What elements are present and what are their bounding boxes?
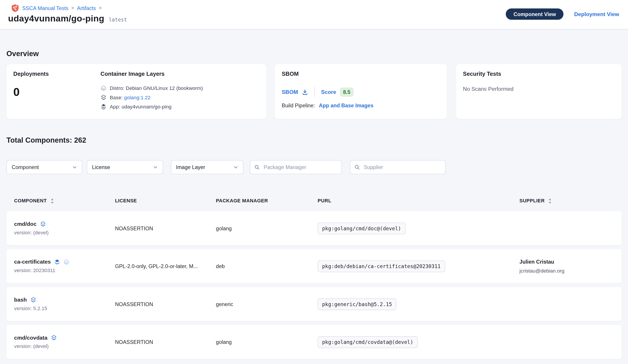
security-tests-title: Security Tests bbox=[463, 71, 615, 77]
artifact-tag: latest bbox=[109, 16, 127, 23]
deployments-column: Deployments 0 bbox=[13, 71, 101, 113]
container-image-layers-label: Container Image Layers bbox=[100, 71, 203, 77]
component-version: version: 5.2.15 bbox=[14, 306, 115, 311]
chevron-down-icon bbox=[153, 165, 158, 170]
supplier-searchbox bbox=[350, 160, 446, 174]
overview-heading: Overview bbox=[6, 30, 622, 58]
sbom-download-link[interactable]: SBOM bbox=[282, 89, 308, 95]
component-name: cmd/covdata bbox=[14, 335, 47, 341]
supplier-name: Julien Cristau bbox=[519, 259, 614, 265]
purl-badge: pkg:generic/bash@5.2.15 bbox=[317, 298, 396, 310]
component-name: bash bbox=[14, 297, 27, 303]
component-cell: ca-certificates version: 20230311 bbox=[14, 259, 115, 273]
purl-badge: pkg:golang/cmd/doc@(devel) bbox=[317, 223, 405, 234]
chevron-down-icon bbox=[72, 165, 77, 170]
component-rows: cmd/doc version: (devel) NOASSERTION gol… bbox=[6, 211, 622, 359]
layer-icon bbox=[30, 297, 36, 303]
supplier-search-input[interactable] bbox=[363, 164, 441, 171]
table-row[interactable]: bash version: 5.2.15 NOASSERTION generic… bbox=[6, 287, 622, 321]
table-row[interactable]: cmd/doc version: (devel) NOASSERTION gol… bbox=[6, 211, 622, 245]
license-cell: GPL-2.0-only, GPL-2.0-or-later, M... bbox=[115, 263, 216, 269]
component-version: version: (devel) bbox=[14, 344, 115, 349]
component-version: version: 20230311 bbox=[14, 268, 115, 273]
component-name: cmd/doc bbox=[14, 221, 36, 227]
license-filter-select[interactable]: License bbox=[87, 160, 163, 174]
chevron-down-icon bbox=[233, 165, 238, 170]
column-header-package-manager: PACKAGE MANAGER bbox=[216, 198, 317, 204]
license-cell: NOASSERTION bbox=[115, 301, 216, 307]
build-pipeline-label: Build Pipeline: bbox=[282, 102, 315, 109]
column-header-supplier[interactable]: SUPPLIER bbox=[519, 198, 614, 204]
component-cell: bash version: 5.2.15 bbox=[14, 297, 115, 311]
table-row[interactable]: cmd/covdata version: (devel) NOASSERTION… bbox=[6, 325, 622, 359]
image-layers-column: Container Image Layers Distro: Debian GN… bbox=[100, 71, 203, 113]
score-label: Score bbox=[321, 89, 336, 95]
total-components-heading: Total Components: 262 bbox=[6, 136, 622, 145]
package-manager-cell: generic bbox=[216, 301, 317, 307]
layer-icon bbox=[51, 335, 57, 341]
deployment-view-link[interactable]: Deployment View bbox=[574, 11, 619, 17]
component-cell: cmd/covdata version: (devel) bbox=[14, 335, 115, 349]
layer-lines: Distro: Debian GNU/Linux 12 (bookworm) B… bbox=[100, 85, 203, 110]
breadcrumb-separator: > bbox=[71, 5, 74, 11]
sbom-card: SBOM SBOM Score 8.5 Build Pipeline: App … bbox=[275, 64, 447, 119]
base-image-link[interactable]: golang:1.22 bbox=[124, 95, 151, 100]
license-cell: NOASSERTION bbox=[115, 339, 216, 345]
build-pipeline-link[interactable]: App and Base Images bbox=[319, 102, 374, 109]
main-content: Overview Deployments 0 Container Image L… bbox=[0, 30, 628, 359]
layer-icon bbox=[54, 259, 60, 265]
component-filter-select[interactable]: Component bbox=[6, 160, 82, 174]
security-tests-card: Security Tests No Scans Performed bbox=[456, 64, 622, 119]
filter-bar: Component License Image Layer bbox=[6, 160, 622, 174]
base-layer-icon bbox=[100, 94, 106, 100]
no-scans-text: No Scans Performed bbox=[463, 86, 615, 92]
purl-badge: pkg:golang/cmd/covdata@(devel) bbox=[317, 336, 418, 348]
distro-layer-icon bbox=[100, 85, 106, 91]
supplier-cell: Julien Cristau jcristau@debian.org bbox=[519, 259, 614, 274]
sbom-row: SBOM Score 8.5 bbox=[282, 87, 440, 97]
base-label: Base: bbox=[110, 95, 123, 100]
deployments-label: Deployments bbox=[13, 71, 101, 77]
package-manager-cell: golang bbox=[216, 225, 317, 231]
table-row[interactable]: ca-certificates version: 20230311 GPL-2.… bbox=[6, 249, 622, 283]
app-layer-icon bbox=[100, 104, 106, 110]
breadcrumb: SSCA Manual Tests > Artifacts > bbox=[11, 4, 104, 12]
table-header-row: COMPONENT LICENSE PACKAGE MANAGER PURL S… bbox=[6, 197, 622, 205]
distro-value: Debian GNU/Linux 12 (bookworm) bbox=[126, 85, 203, 91]
breadcrumb-link-artifacts[interactable]: Artifacts bbox=[77, 5, 96, 11]
supplier-email: jcristau@debian.org bbox=[519, 268, 614, 273]
sort-icon[interactable] bbox=[50, 198, 54, 204]
page: SSCA Manual Tests > Artifacts > uday4vun… bbox=[0, 0, 628, 364]
page-title: uday4vunnam/go-ping bbox=[8, 13, 104, 24]
app-value: uday4vunnam/go-ping bbox=[122, 104, 171, 109]
build-pipeline-row: Build Pipeline: App and Base Images bbox=[282, 102, 440, 109]
sort-icon[interactable] bbox=[548, 198, 552, 204]
app-label: App: bbox=[110, 104, 120, 109]
layer-dashed-icon bbox=[63, 259, 69, 265]
app-layer-line: App: uday4vunnam/go-ping bbox=[100, 104, 203, 110]
divider bbox=[314, 87, 315, 97]
sbom-card-title: SBOM bbox=[282, 71, 440, 77]
package-manager-search-input[interactable] bbox=[263, 164, 337, 171]
breadcrumb-link-ssca-manual-tests[interactable]: SSCA Manual Tests bbox=[22, 5, 69, 11]
package-manager-searchbox bbox=[250, 160, 342, 174]
distro-layer-line: Distro: Debian GNU/Linux 12 (bookworm) bbox=[100, 85, 203, 91]
component-view-button[interactable]: Component View bbox=[506, 8, 563, 20]
base-layer-line: Base: golang:1.22 bbox=[100, 94, 203, 100]
license-filter-label: License bbox=[92, 164, 110, 170]
overview-cards: Deployments 0 Container Image Layers Dis… bbox=[6, 64, 622, 119]
title-row: uday4vunnam/go-ping latest bbox=[8, 13, 127, 24]
component-version: version: (devel) bbox=[14, 230, 115, 236]
image-layer-filter-select[interactable]: Image Layer bbox=[171, 160, 243, 174]
download-icon[interactable] bbox=[302, 89, 308, 95]
column-header-license: LICENSE bbox=[115, 198, 216, 204]
package-manager-cell: golang bbox=[216, 339, 317, 345]
search-icon bbox=[254, 164, 260, 170]
distro-label: Distro: bbox=[110, 85, 124, 91]
column-header-purl: PURL bbox=[317, 198, 519, 204]
score-badge: 8.5 bbox=[340, 87, 354, 96]
license-cell: NOASSERTION bbox=[115, 225, 216, 231]
column-header-component[interactable]: COMPONENT bbox=[14, 198, 115, 204]
package-manager-cell: deb bbox=[216, 263, 317, 269]
purl-badge: pkg:deb/debian/ca-certificates@20230311 bbox=[317, 260, 445, 272]
